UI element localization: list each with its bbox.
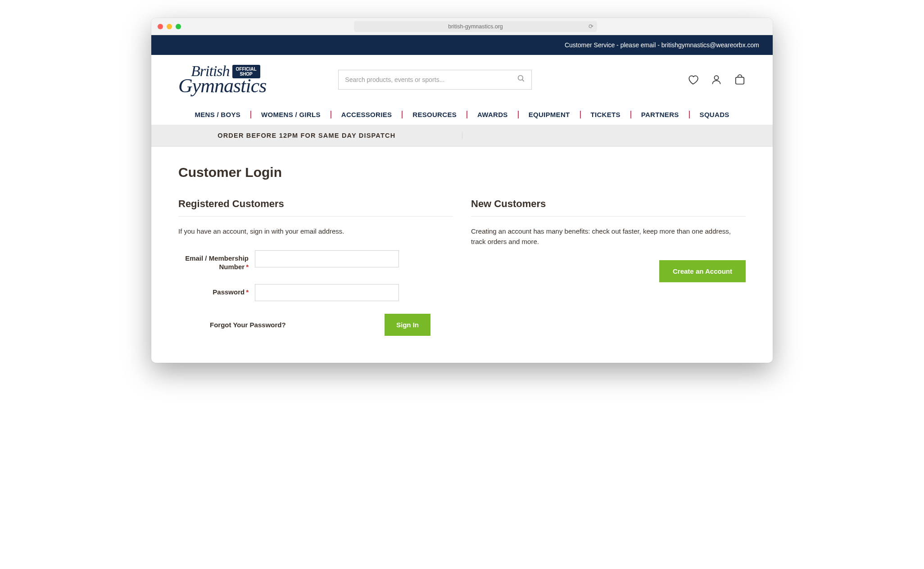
browser-chrome: british-gymnastics.org ⟳ [151,18,773,35]
registered-customers-block: Registered Customers If you have an acco… [178,198,453,336]
window-controls [158,24,181,29]
nav-resources[interactable]: RESOURCES [403,111,467,118]
email-field[interactable] [255,250,399,267]
create-account-button[interactable]: Create an Account [659,260,746,282]
main-content: Customer Login Registered Customers If y… [151,147,773,363]
url-text: british-gymnastics.org [448,23,503,30]
banner-cell-2 [462,132,773,139]
email-label: Email / Membership Number* [178,250,255,271]
banner-cell-1: ORDER BEFORE 12PM FOR SAME DAY DISPATCH [151,132,462,139]
search-icon[interactable] [517,74,525,85]
registered-lead: If you have an account, sign in with you… [178,226,453,237]
top-notice-bar: Customer Service - please email - britis… [151,35,773,55]
main-nav: MENS / BOYS WOMENS / GIRLS ACCESSORIES R… [151,104,773,125]
nav-awards[interactable]: AWARDS [467,111,519,118]
logo-line2: Gymnastics [178,77,266,94]
nav-tickets[interactable]: TICKETS [581,111,631,118]
wishlist-icon[interactable] [687,74,699,86]
password-row: Password* [178,284,453,301]
search-input[interactable] [345,76,517,83]
url-bar[interactable]: british-gymnastics.org ⟳ [354,21,597,32]
customer-service-text: Customer Service - please email - britis… [565,41,759,49]
nav-mens[interactable]: MENS / BOYS [185,111,251,118]
reload-icon[interactable]: ⟳ [589,23,593,30]
bag-icon[interactable] [734,74,746,86]
nav-partners[interactable]: PARTNERS [631,111,690,118]
maximize-window-button[interactable] [176,24,181,29]
svg-point-2 [714,76,718,80]
close-window-button[interactable] [158,24,163,29]
svg-point-0 [518,76,523,81]
site-header: BritishOFFICIALSHOP Gymnastics [151,55,773,104]
nav-womens[interactable]: WOMENS / GIRLS [251,111,331,118]
page-title: Customer Login [178,165,746,180]
sign-in-button[interactable]: Sign In [385,314,430,336]
svg-rect-3 [736,77,744,84]
registered-heading: Registered Customers [178,198,453,217]
nav-accessories[interactable]: ACCESSORIES [331,111,403,118]
forgot-password-link[interactable]: Forgot Your Password? [210,321,286,329]
new-lead: Creating an account has many benefits: c… [471,226,746,247]
new-heading: New Customers [471,198,746,217]
login-actions: Forgot Your Password? Sign In [210,314,430,336]
new-customers-block: New Customers Creating an account has ma… [471,198,746,336]
browser-window: british-gymnastics.org ⟳ Customer Servic… [151,18,773,363]
nav-equipment[interactable]: EQUIPMENT [519,111,581,118]
header-icons [687,74,746,86]
email-row: Email / Membership Number* [178,250,453,271]
nav-squads[interactable]: SQUADS [690,111,739,118]
promo-banner: ORDER BEFORE 12PM FOR SAME DAY DISPATCH [151,125,773,147]
account-icon[interactable] [711,74,722,86]
logo[interactable]: BritishOFFICIALSHOP Gymnastics [178,65,266,94]
minimize-window-button[interactable] [167,24,172,29]
svg-line-1 [522,80,524,81]
password-label: Password* [178,284,255,297]
password-field[interactable] [255,284,399,301]
search-box[interactable] [338,70,532,90]
